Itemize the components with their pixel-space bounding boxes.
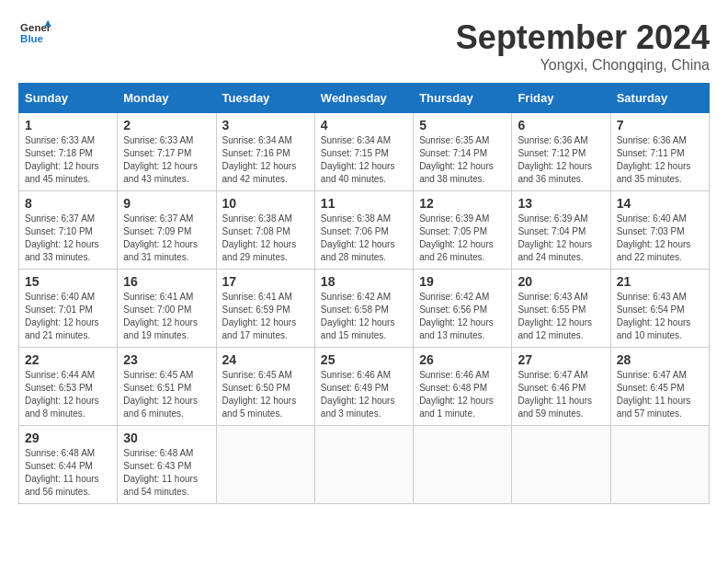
day-info: Sunrise: 6:33 AM Sunset: 7:18 PM Dayligh…	[25, 134, 111, 186]
calendar-cell: 4Sunrise: 6:34 AM Sunset: 7:15 PM Daylig…	[314, 113, 413, 191]
day-info: Sunrise: 6:40 AM Sunset: 7:01 PM Dayligh…	[25, 291, 111, 342]
day-number: 11	[321, 196, 407, 211]
calendar-cell: 26Sunrise: 6:46 AM Sunset: 6:48 PM Dayli…	[414, 348, 512, 426]
day-number: 17	[222, 274, 309, 289]
weekday-header-row: SundayMondayTuesdayWednesdayThursdayFrid…	[19, 84, 710, 113]
calendar-cell: 20Sunrise: 6:43 AM Sunset: 6:55 PM Dayli…	[512, 270, 610, 348]
weekday-header-sunday: Sunday	[19, 84, 118, 113]
day-number: 25	[321, 352, 407, 367]
calendar-cell: 21Sunrise: 6:43 AM Sunset: 6:54 PM Dayli…	[610, 270, 709, 348]
day-info: Sunrise: 6:38 AM Sunset: 7:06 PM Dayligh…	[321, 213, 407, 264]
day-number: 26	[419, 352, 506, 367]
day-info: Sunrise: 6:41 AM Sunset: 6:59 PM Dayligh…	[222, 291, 309, 342]
day-number: 29	[25, 431, 111, 445]
day-number: 24	[222, 352, 309, 367]
day-info: Sunrise: 6:34 AM Sunset: 7:15 PM Dayligh…	[321, 134, 407, 186]
weekday-header-saturday: Saturday	[610, 84, 709, 113]
day-number: 30	[123, 431, 210, 445]
day-info: Sunrise: 6:41 AM Sunset: 7:00 PM Dayligh…	[123, 291, 210, 342]
calendar-cell: 5Sunrise: 6:35 AM Sunset: 7:14 PM Daylig…	[414, 113, 512, 191]
calendar-cell	[610, 426, 709, 504]
day-info: Sunrise: 6:45 AM Sunset: 6:50 PM Dayligh…	[222, 369, 309, 420]
day-info: Sunrise: 6:43 AM Sunset: 6:55 PM Dayligh…	[518, 291, 604, 342]
calendar-cell: 30Sunrise: 6:48 AM Sunset: 6:43 PM Dayli…	[118, 426, 216, 504]
calendar-cell: 27Sunrise: 6:47 AM Sunset: 6:46 PM Dayli…	[512, 348, 610, 426]
calendar-cell: 7Sunrise: 6:36 AM Sunset: 7:11 PM Daylig…	[610, 113, 709, 191]
calendar-cell: 2Sunrise: 6:33 AM Sunset: 7:17 PM Daylig…	[118, 113, 216, 191]
day-info: Sunrise: 6:42 AM Sunset: 6:58 PM Dayligh…	[321, 291, 407, 342]
day-number: 8	[25, 196, 111, 211]
calendar-cell	[314, 426, 413, 504]
weekday-header-tuesday: Tuesday	[216, 84, 314, 113]
day-number: 19	[419, 274, 506, 289]
calendar-cell: 19Sunrise: 6:42 AM Sunset: 6:56 PM Dayli…	[414, 270, 512, 348]
day-number: 6	[518, 118, 604, 132]
calendar-cell: 29Sunrise: 6:48 AM Sunset: 6:44 PM Dayli…	[19, 426, 118, 504]
calendar-cell	[216, 426, 314, 504]
weekday-header-monday: Monday	[118, 84, 216, 113]
day-info: Sunrise: 6:38 AM Sunset: 7:08 PM Dayligh…	[222, 213, 309, 264]
calendar-cell: 1Sunrise: 6:33 AM Sunset: 7:18 PM Daylig…	[19, 113, 118, 191]
day-info: Sunrise: 6:46 AM Sunset: 6:49 PM Dayligh…	[321, 369, 407, 420]
day-number: 2	[123, 118, 210, 132]
day-number: 9	[123, 196, 210, 211]
calendar-cell: 12Sunrise: 6:39 AM Sunset: 7:05 PM Dayli…	[414, 191, 512, 270]
day-number: 14	[617, 196, 703, 211]
location-title: Yongxi, Chongqing, China	[456, 57, 710, 74]
day-number: 18	[321, 274, 407, 289]
day-number: 23	[123, 352, 210, 367]
month-title: September 2024	[456, 18, 710, 57]
day-info: Sunrise: 6:44 AM Sunset: 6:53 PM Dayligh…	[25, 369, 111, 420]
day-number: 12	[419, 196, 506, 211]
day-info: Sunrise: 6:48 AM Sunset: 6:43 PM Dayligh…	[123, 447, 210, 499]
day-number: 10	[222, 196, 309, 211]
title-area: September 2024 Yongxi, Chongqing, China	[456, 18, 710, 74]
header: General Blue September 2024 Yongxi, Chon…	[18, 18, 710, 74]
day-info: Sunrise: 6:36 AM Sunset: 7:12 PM Dayligh…	[518, 134, 604, 186]
calendar-cell: 6Sunrise: 6:36 AM Sunset: 7:12 PM Daylig…	[512, 113, 610, 191]
day-info: Sunrise: 6:33 AM Sunset: 7:17 PM Dayligh…	[123, 134, 210, 186]
day-number: 16	[123, 274, 210, 289]
day-number: 4	[321, 118, 407, 132]
day-info: Sunrise: 6:47 AM Sunset: 6:46 PM Dayligh…	[518, 369, 604, 420]
day-info: Sunrise: 6:47 AM Sunset: 6:45 PM Dayligh…	[617, 369, 703, 420]
calendar-cell: 28Sunrise: 6:47 AM Sunset: 6:45 PM Dayli…	[610, 348, 709, 426]
day-number: 3	[222, 118, 309, 132]
calendar-cell: 25Sunrise: 6:46 AM Sunset: 6:49 PM Dayli…	[314, 348, 413, 426]
day-number: 13	[518, 196, 604, 211]
weekday-header-thursday: Thursday	[414, 84, 512, 113]
calendar-cell: 16Sunrise: 6:41 AM Sunset: 7:00 PM Dayli…	[118, 270, 216, 348]
calendar-week-row: 15Sunrise: 6:40 AM Sunset: 7:01 PM Dayli…	[19, 270, 710, 348]
calendar-cell: 8Sunrise: 6:37 AM Sunset: 7:10 PM Daylig…	[19, 191, 118, 270]
calendar-week-row: 22Sunrise: 6:44 AM Sunset: 6:53 PM Dayli…	[19, 348, 710, 426]
day-info: Sunrise: 6:39 AM Sunset: 7:05 PM Dayligh…	[419, 213, 506, 264]
calendar-cell: 23Sunrise: 6:45 AM Sunset: 6:51 PM Dayli…	[118, 348, 216, 426]
day-info: Sunrise: 6:35 AM Sunset: 7:14 PM Dayligh…	[419, 134, 506, 186]
calendar-cell: 15Sunrise: 6:40 AM Sunset: 7:01 PM Dayli…	[19, 270, 118, 348]
calendar-cell: 18Sunrise: 6:42 AM Sunset: 6:58 PM Dayli…	[314, 270, 413, 348]
calendar-cell	[512, 426, 610, 504]
calendar-cell: 10Sunrise: 6:38 AM Sunset: 7:08 PM Dayli…	[216, 191, 314, 270]
calendar-cell: 11Sunrise: 6:38 AM Sunset: 7:06 PM Dayli…	[314, 191, 413, 270]
day-info: Sunrise: 6:45 AM Sunset: 6:51 PM Dayligh…	[123, 369, 210, 420]
weekday-header-wednesday: Wednesday	[314, 84, 413, 113]
logo-icon: General Blue	[18, 18, 51, 46]
day-info: Sunrise: 6:40 AM Sunset: 7:03 PM Dayligh…	[617, 213, 703, 264]
day-number: 22	[25, 352, 111, 367]
calendar-cell: 14Sunrise: 6:40 AM Sunset: 7:03 PM Dayli…	[610, 191, 709, 270]
calendar-cell	[414, 426, 512, 504]
day-info: Sunrise: 6:48 AM Sunset: 6:44 PM Dayligh…	[25, 447, 111, 499]
calendar-week-row: 29Sunrise: 6:48 AM Sunset: 6:44 PM Dayli…	[19, 426, 710, 504]
day-number: 15	[25, 274, 111, 289]
svg-text:Blue: Blue	[20, 33, 43, 44]
day-number: 20	[518, 274, 604, 289]
calendar-table: SundayMondayTuesdayWednesdayThursdayFrid…	[18, 83, 710, 504]
calendar-cell: 17Sunrise: 6:41 AM Sunset: 6:59 PM Dayli…	[216, 270, 314, 348]
day-info: Sunrise: 6:37 AM Sunset: 7:10 PM Dayligh…	[25, 213, 111, 264]
day-info: Sunrise: 6:37 AM Sunset: 7:09 PM Dayligh…	[123, 213, 210, 264]
day-info: Sunrise: 6:46 AM Sunset: 6:48 PM Dayligh…	[419, 369, 506, 420]
day-number: 5	[419, 118, 506, 132]
logo: General Blue	[18, 18, 51, 46]
day-number: 27	[518, 352, 604, 367]
day-info: Sunrise: 6:43 AM Sunset: 6:54 PM Dayligh…	[617, 291, 703, 342]
